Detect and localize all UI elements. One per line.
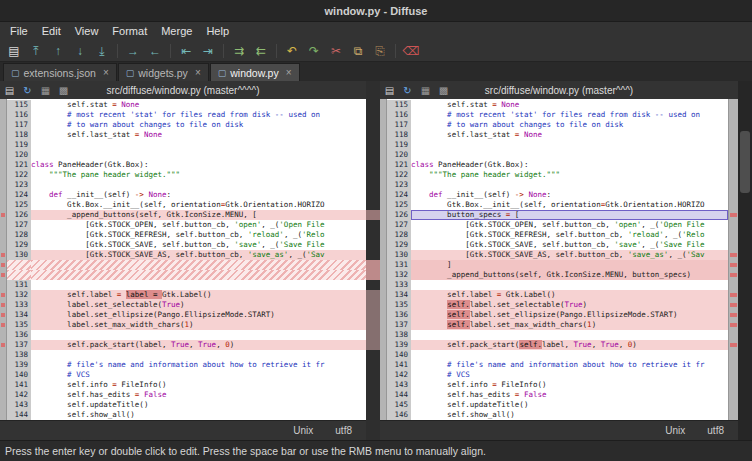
code-row[interactable]: 136 <box>7 330 366 340</box>
code-row[interactable]: 128 [Gtk.STOCK_REFRESH, self.button_cb, … <box>7 230 366 240</box>
code-row[interactable]: 143 self.updateTitle() <box>7 400 366 410</box>
code-row[interactable]: 123 <box>7 180 366 190</box>
code-row[interactable]: 120 <box>387 150 728 160</box>
code-row[interactable]: 118 self.last_stat = None <box>387 130 728 140</box>
code-row[interactable]: 117 # to warn about changes to file on d… <box>7 120 366 130</box>
code-row[interactable]: 121class PaneHeader(Gtk.Box): <box>7 160 366 170</box>
menu-merge[interactable]: Merge <box>154 22 199 40</box>
code-row[interactable]: 124 def __init__(self) -> None: <box>387 190 728 200</box>
code-row[interactable]: 129 [Gtk.STOCK_SAVE, self.button_cb, 'sa… <box>7 240 366 250</box>
code-row[interactable]: 132 _append_buttons(self, Gtk.IconSize.M… <box>387 270 728 280</box>
code-row[interactable]: 135 label.set_max_width_chars(1) <box>7 320 366 330</box>
code-row[interactable]: 130 [Gtk.STOCK_SAVE_AS, self.button_cb, … <box>387 250 728 260</box>
tab-close-icon[interactable]: × <box>195 68 201 78</box>
code-row[interactable]: 128 [Gtk.STOCK_REFRESH, self.button_cb, … <box>387 230 728 240</box>
reload-file-button[interactable]: ↻ <box>399 82 416 98</box>
copy-selection-right-button[interactable]: → <box>123 41 143 61</box>
code-row[interactable]: 138 <box>387 330 728 340</box>
code-row[interactable]: 119 <box>387 140 728 150</box>
code-row[interactable]: 129 [Gtk.STOCK_SAVE, self.button_cb, 'sa… <box>387 240 728 250</box>
code-row[interactable]: 133 label.set_selectable(True) <box>7 300 366 310</box>
code-row[interactable]: 119 <box>7 140 366 150</box>
code-row[interactable]: 133 <box>387 280 728 290</box>
merge-from-right-then-left-button[interactable]: ⇇ <box>251 41 271 61</box>
code-row[interactable]: 125 Gtk.Box.__init__(self, orientation=G… <box>387 200 728 210</box>
merge-from-left-then-right-button[interactable]: ⇉ <box>229 41 249 61</box>
tab-close-icon[interactable]: × <box>286 68 292 78</box>
open-file-button[interactable]: ▤ <box>381 82 398 98</box>
menu-help[interactable]: Help <box>199 22 236 40</box>
code-row[interactable]: 122 """The pane header widget.""" <box>387 170 728 180</box>
code-row[interactable]: 130 [Gtk.STOCK_SAVE_AS, self.button_cb, … <box>7 250 366 260</box>
code-row[interactable]: 146 self.show_all() <box>387 410 728 420</box>
open-file-button[interactable]: ▤ <box>1 82 18 98</box>
code-row[interactable]: 137 self.label.set_max_width_chars(1) <box>387 320 728 330</box>
code-row[interactable]: 134 self.label = Gtk.Label() <box>387 290 728 300</box>
clear-edits-button[interactable]: ⌫ <box>401 41 421 61</box>
copy-selection-left-button[interactable]: ← <box>145 41 165 61</box>
code-row[interactable]: 126 _append_buttons(self, Gtk.IconSize.M… <box>7 210 366 220</box>
tab-extensions.json[interactable]: ▢extensions.json× <box>3 63 117 81</box>
code-row[interactable]: 142 # VCS <box>387 370 728 380</box>
code-row[interactable]: 124 def __init__(self) -> None: <box>7 190 366 200</box>
paste-button[interactable]: ⎘ <box>370 41 390 61</box>
code-row[interactable]: 141 self.info = FileInfo() <box>7 380 366 390</box>
shift-pane-right-button[interactable]: ⇥ <box>198 41 218 61</box>
code-row[interactable]: 144 self.has_edits = False <box>387 390 728 400</box>
redo-button[interactable]: ↷ <box>304 41 324 61</box>
save-file-button[interactable]: ▦ <box>417 82 434 98</box>
save-file-button[interactable]: ▦ <box>37 82 54 98</box>
code-row[interactable]: 131 ] <box>387 260 728 270</box>
code-row[interactable]: 131 <box>7 280 366 290</box>
shift-pane-left-button[interactable]: ⇤ <box>176 41 196 61</box>
previous-difference-button[interactable]: ↑ <box>48 41 68 61</box>
code-row[interactable]: 135 self.label.set_selectable(True) <box>387 300 728 310</box>
code-row[interactable]: 144 self.show_all() <box>7 410 366 420</box>
code-row[interactable]: 127 [Gtk.STOCK_OPEN, self.button_cb, 'op… <box>387 220 728 230</box>
first-difference-button[interactable]: ⤒ <box>26 41 46 61</box>
code-row[interactable]: 116 # most recent 'stat' for files read … <box>7 110 366 120</box>
reload-file-button[interactable]: ↻ <box>19 82 36 98</box>
undo-button[interactable]: ↶ <box>282 41 302 61</box>
code-row[interactable]: 136 self.label.set_ellipsize(Pango.Ellip… <box>387 310 728 320</box>
copy-button[interactable]: ⧉ <box>348 41 368 61</box>
tab-window.py[interactable]: ▢window.py× <box>210 63 300 81</box>
code-row[interactable]: 141 # file's name and information about … <box>387 360 728 370</box>
code-row[interactable] <box>7 270 366 280</box>
cut-button[interactable]: ✂ <box>326 41 346 61</box>
code-row[interactable]: 117 # to warn about changes to file on d… <box>387 120 728 130</box>
code-row[interactable]: 139 self.pack_start(self.label, True, Tr… <box>387 340 728 350</box>
code-row[interactable]: 139 # file's name and information about … <box>7 360 366 370</box>
code-row[interactable]: 142 self.has_edits = False <box>7 390 366 400</box>
code-row[interactable]: 123 <box>387 180 728 190</box>
code-row[interactable]: 140 # VCS <box>7 370 366 380</box>
code-row[interactable]: 115 self.stat = None <box>7 100 366 110</box>
code-row[interactable]: 120 <box>7 150 366 160</box>
code-row[interactable]: 143 self.info = FileInfo() <box>387 380 728 390</box>
code-row[interactable]: 125 Gtk.Box.__init__(self, orientation=G… <box>7 200 366 210</box>
code-row[interactable]: 122 """The pane header widget.""" <box>7 170 366 180</box>
vertical-scrollbar[interactable] <box>738 81 752 440</box>
code-row[interactable]: 127 [Gtk.STOCK_OPEN, self.button_cb, 'op… <box>7 220 366 230</box>
code-row[interactable]: 126 button_specs = [ <box>387 210 728 220</box>
menu-format[interactable]: Format <box>105 22 154 40</box>
last-difference-button[interactable]: ⤓ <box>92 41 112 61</box>
code-row[interactable]: 137 self.pack_start(label, True, True, 0… <box>7 340 366 350</box>
menu-view[interactable]: View <box>68 22 106 40</box>
code-row[interactable]: 121class PaneHeader(Gtk.Box): <box>387 160 728 170</box>
code-row[interactable]: 134 label.set_ellipsize(Pango.EllipsizeM… <box>7 310 366 320</box>
tab-close-icon[interactable]: × <box>103 68 109 78</box>
code-row[interactable]: 116 # most recent 'stat' for files read … <box>387 110 728 120</box>
save-file-as-button[interactable]: ▩ <box>435 82 452 98</box>
code-row[interactable]: 132 self.label = label = Gtk.Label() <box>7 290 366 300</box>
code-row[interactable]: 145 self.updateTitle() <box>387 400 728 410</box>
save-file-as-button[interactable]: ▩ <box>55 82 72 98</box>
next-difference-button[interactable]: ↓ <box>70 41 90 61</box>
code-row[interactable] <box>7 260 366 270</box>
menu-file[interactable]: File <box>3 22 35 40</box>
menu-edit[interactable]: Edit <box>35 22 68 40</box>
scrollbar-thumb[interactable] <box>740 131 750 193</box>
realign-all-button[interactable]: ▤ <box>4 41 24 61</box>
code-row[interactable]: 138 <box>7 350 366 360</box>
code-row[interactable]: 140 <box>387 350 728 360</box>
